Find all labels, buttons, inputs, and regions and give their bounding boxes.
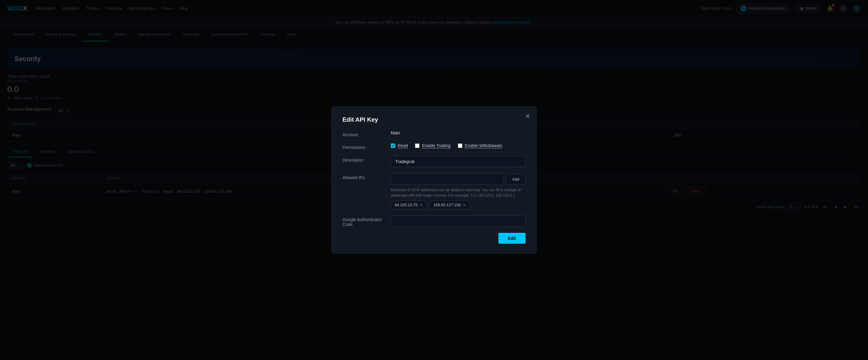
- ip-tag-remove-1[interactable]: ✕: [462, 203, 466, 207]
- ip-add-button[interactable]: Add: [506, 174, 526, 185]
- google-auth-input[interactable]: [391, 215, 526, 222]
- perm-read[interactable]: Read: [391, 143, 408, 148]
- perm-trading-checkbox[interactable]: [415, 143, 420, 148]
- modal-permissions-label: Permissions: [342, 143, 391, 150]
- perm-trading-label: Enable Trading: [422, 143, 450, 148]
- perm-enable-trading[interactable]: Enable Trading: [415, 143, 450, 148]
- modal-account-label: Account: [342, 130, 391, 137]
- modal-allowed-ips-row: Allowed IPs Add Maximum of 10 IP address…: [342, 173, 526, 209]
- description-input[interactable]: [391, 156, 526, 167]
- modal-account-value: Main: [391, 129, 400, 135]
- ip-tag-1: 159.65.127.156 ✕: [430, 200, 470, 209]
- perm-withdrawals-label: Enable Withdrawals: [465, 143, 502, 148]
- ip-tag-0: 64.225.13.75 ✕: [391, 200, 427, 209]
- ip-tag-remove-0[interactable]: ✕: [420, 203, 423, 207]
- edit-api-key-modal: Edit API Key ✕ Account Main Permissions …: [331, 106, 537, 222]
- perm-withdrawals-checkbox[interactable]: [458, 143, 462, 148]
- modal-title: Edit API Key: [342, 116, 526, 123]
- ip-tags: 64.225.13.75 ✕ 159.65.127.156 ✕: [391, 200, 526, 209]
- ip-input-row: Add: [391, 173, 526, 185]
- modal-allowed-ips-label: Allowed IPs: [342, 173, 391, 180]
- modal-account-row: Account Main: [342, 130, 526, 137]
- modal-close-button[interactable]: ✕: [525, 113, 530, 120]
- modal-description-label: Description: [342, 156, 391, 162]
- ip-tag-value-0: 64.225.13.75: [395, 203, 418, 207]
- modal-permissions-row: Permissions Read Enable Trading Enable W…: [342, 143, 526, 150]
- perm-read-label: Read: [398, 143, 408, 148]
- modal-overlay[interactable]: Edit API Key ✕ Account Main Permissions …: [0, 0, 868, 222]
- perm-enable-withdrawals[interactable]: Enable Withdrawals: [458, 143, 502, 148]
- modal-google-auth-row: Google Authenticator Code: [342, 215, 526, 222]
- ip-hint: Maximum of 10 IP addresses can be added …: [391, 187, 526, 198]
- modal-description-row: Description: [342, 156, 526, 167]
- perm-read-checkbox[interactable]: [391, 143, 395, 148]
- ip-address-input[interactable]: [391, 173, 503, 185]
- permissions-row: Read Enable Trading Enable Withdrawals: [391, 143, 526, 148]
- modal-google-auth-label: Google Authenticator Code: [342, 215, 391, 222]
- ip-tag-value-1: 159.65.127.156: [433, 203, 461, 207]
- ip-section: Add Maximum of 10 IP addresses can be ad…: [391, 173, 526, 209]
